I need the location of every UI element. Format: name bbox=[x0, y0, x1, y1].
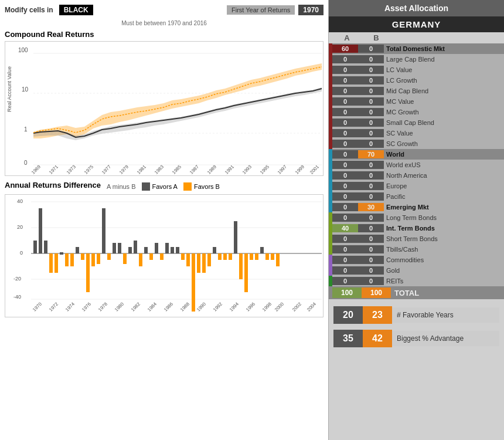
svg-rect-61 bbox=[155, 243, 158, 253]
svg-rect-44 bbox=[65, 253, 69, 266]
svg-rect-82 bbox=[265, 253, 269, 260]
allocation-table: 60 0 Total Domestic Mkt 0 0 Large Cap Bl… bbox=[329, 43, 504, 299]
svg-text:1976: 1976 bbox=[81, 301, 92, 312]
svg-text:1992: 1992 bbox=[212, 301, 223, 312]
svg-text:1984: 1984 bbox=[147, 301, 158, 312]
svg-rect-66 bbox=[181, 253, 185, 260]
legend-favors-a: Favors A bbox=[142, 182, 178, 191]
svg-rect-50 bbox=[97, 253, 100, 264]
svg-rect-58 bbox=[139, 253, 142, 266]
svg-rect-45 bbox=[70, 253, 74, 266]
svg-text:Real Account Value: Real Account Value bbox=[6, 66, 12, 112]
modify-label: Modify cells in bbox=[5, 6, 53, 14]
alloc-row-tbills: 0 0 Tbills/Cash bbox=[329, 244, 504, 255]
alloc-row-world: 0 70 World bbox=[329, 149, 504, 160]
svg-rect-43 bbox=[60, 252, 63, 255]
alloc-row-commodities: 0 0 Commodities bbox=[329, 255, 504, 265]
year-constraint: Must be between 1970 and 2016 bbox=[5, 20, 323, 26]
alloc-row-scvalue: 0 0 SC Value bbox=[329, 128, 504, 138]
alloc-row-mcgrowth: 0 0 MC Growth bbox=[329, 107, 504, 117]
svg-text:1977: 1977 bbox=[101, 164, 112, 175]
val-a-lcblend[interactable]: 0 bbox=[332, 55, 358, 63]
label-northamerica: North America bbox=[384, 172, 504, 179]
svg-text:1973: 1973 bbox=[66, 164, 77, 175]
annual-controls: Annual Returns Difference A minus B Favo… bbox=[5, 181, 323, 192]
label-tbills: Tbills/Cash bbox=[384, 246, 504, 253]
col-headers: A B bbox=[329, 32, 504, 43]
svg-rect-67 bbox=[186, 253, 190, 266]
alloc-row-lcblend: 0 0 Large Cap Blend bbox=[329, 54, 504, 65]
year-value-badge[interactable]: 1970 bbox=[298, 5, 323, 15]
svg-rect-68 bbox=[192, 253, 195, 312]
val-b-lcblend[interactable]: 0 bbox=[358, 55, 384, 63]
svg-rect-78 bbox=[244, 253, 248, 292]
svg-rect-49 bbox=[91, 253, 95, 266]
stat-label-favorable: # Favorable Years bbox=[392, 307, 499, 323]
alloc-row-midcap: 0 0 Mid Cap Blend bbox=[329, 86, 504, 96]
compound-returns-chart: 100 10 1 0 Real Account Value bbox=[5, 41, 323, 176]
col-a-header: A bbox=[332, 33, 362, 42]
alloc-row-scblend: 0 0 Small Cap Blend bbox=[329, 117, 504, 128]
svg-text:1975: 1975 bbox=[83, 164, 94, 175]
svg-marker-9 bbox=[33, 63, 322, 138]
svg-text:-20: -20 bbox=[13, 276, 21, 282]
alloc-row-reits: 0 0 REITs bbox=[329, 276, 504, 286]
svg-text:1998: 1998 bbox=[261, 301, 273, 312]
legend-b-label: Favors B bbox=[194, 183, 220, 190]
label-europe: Europe bbox=[384, 182, 504, 189]
label-world: World bbox=[384, 151, 504, 158]
svg-text:1974: 1974 bbox=[64, 301, 76, 312]
svg-text:1978: 1978 bbox=[97, 301, 108, 312]
alloc-row-lcvalue: 0 0 LC Value bbox=[329, 65, 504, 75]
svg-text:1980: 1980 bbox=[114, 301, 125, 312]
svg-text:1983: 1983 bbox=[154, 164, 165, 175]
svg-rect-52 bbox=[107, 253, 111, 260]
svg-text:1987: 1987 bbox=[189, 164, 200, 175]
label-lcgrowth: LC Growth bbox=[384, 77, 504, 84]
svg-text:1971: 1971 bbox=[48, 164, 59, 175]
val-b-domestic[interactable]: 0 bbox=[358, 45, 384, 53]
svg-text:2002: 2002 bbox=[291, 301, 302, 312]
stats-section: 20 23 # Favorable Years 35 42 Biggest % … bbox=[329, 299, 504, 354]
svg-rect-40 bbox=[44, 241, 47, 253]
alloc-row-lcgrowth: 0 0 LC Growth bbox=[329, 75, 504, 86]
svg-rect-41 bbox=[49, 253, 53, 273]
stat-biggest-advantage: 35 42 Biggest % Advantage bbox=[333, 330, 499, 347]
svg-rect-65 bbox=[176, 247, 179, 253]
legend-favors-b: Favors B bbox=[183, 182, 220, 191]
label-pacific: Pacific bbox=[384, 193, 504, 200]
val-b-world[interactable]: 70 bbox=[358, 150, 384, 158]
val-a-domestic[interactable]: 60 bbox=[332, 45, 358, 53]
label-gold: Gold bbox=[384, 267, 504, 274]
legend-b-box bbox=[183, 182, 192, 191]
svg-text:1986: 1986 bbox=[163, 301, 174, 312]
top-controls: Modify cells in BLACK First Year of Retu… bbox=[5, 5, 323, 15]
legend-a-box bbox=[142, 182, 150, 191]
svg-rect-54 bbox=[118, 243, 121, 253]
svg-rect-71 bbox=[207, 253, 211, 266]
stat-b-advantage: 42 bbox=[363, 330, 392, 347]
svg-rect-48 bbox=[86, 253, 90, 292]
svg-text:1985: 1985 bbox=[171, 164, 182, 175]
annual-chart-title: Annual Returns Difference bbox=[5, 181, 101, 189]
annual-svg: 40 20 0 -20 -40 bbox=[5, 195, 326, 317]
svg-text:1991: 1991 bbox=[224, 164, 235, 175]
label-scvalue: SC Value bbox=[384, 130, 504, 137]
val-a-world[interactable]: 0 bbox=[332, 150, 358, 158]
svg-rect-80 bbox=[255, 253, 258, 260]
svg-rect-75 bbox=[229, 253, 232, 260]
svg-rect-39 bbox=[39, 208, 42, 253]
svg-text:1989: 1989 bbox=[206, 164, 217, 175]
svg-text:1996: 1996 bbox=[245, 301, 256, 312]
label-commodities: Commodities bbox=[384, 256, 504, 263]
total-b: 100 bbox=[362, 287, 391, 298]
label-stbonds: Short Term Bonds bbox=[384, 235, 504, 242]
svg-rect-55 bbox=[123, 253, 127, 264]
right-panel: Asset Allocation GERMANY A B 60 0 Total … bbox=[328, 0, 504, 440]
alloc-row-itbonds: 40 0 Int. Term Bonds bbox=[329, 223, 504, 233]
svg-text:1970: 1970 bbox=[32, 301, 43, 312]
svg-text:0: 0 bbox=[24, 160, 28, 166]
total-row: 100 100 TOTAL bbox=[329, 286, 504, 299]
panel-header: Asset Allocation bbox=[329, 0, 504, 16]
label-mcgrowth: MC Growth bbox=[384, 109, 504, 116]
